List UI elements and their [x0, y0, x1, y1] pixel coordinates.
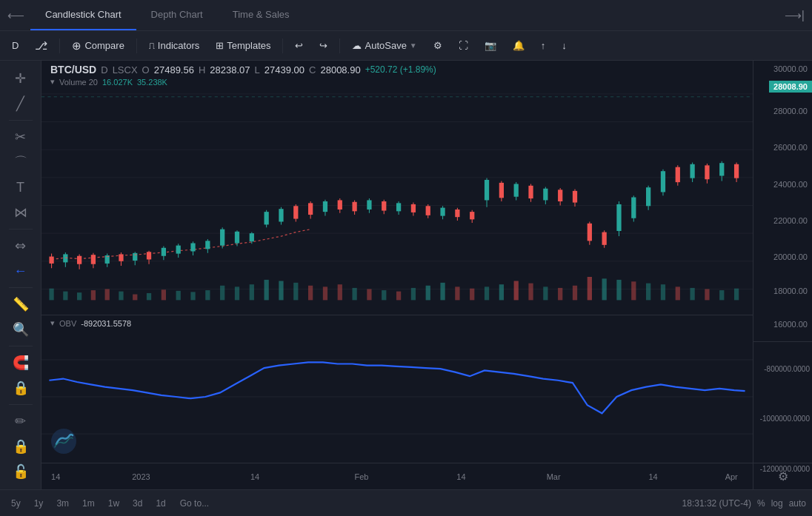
svg-rect-47	[602, 278, 607, 300]
svg-rect-44	[558, 288, 562, 300]
tab-candlestick[interactable]: Candlestick Chart	[30, 0, 136, 30]
timeframe-1w[interactable]: 1w	[103, 496, 124, 511]
price-label-box: 28008.90	[769, 81, 812, 93]
magnet-tool[interactable]: 🧲	[6, 351, 36, 375]
scale-26000: 26000.00	[773, 143, 808, 152]
svg-rect-26	[293, 283, 298, 301]
svg-rect-82	[220, 229, 224, 246]
fullscreen-btn[interactable]: ⛶	[453, 37, 474, 54]
x-label-mar: Mar	[547, 472, 561, 481]
scale-22000: 22000.00	[773, 216, 808, 225]
lock-tool[interactable]: 🔒	[6, 376, 36, 400]
separator-4	[339, 38, 340, 53]
node-tool[interactable]: ⋈	[6, 201, 36, 224]
obv-settings-icon[interactable]: ⚙	[778, 469, 788, 483]
svg-rect-110	[426, 206, 430, 215]
svg-rect-92	[293, 206, 298, 218]
autosave-btn[interactable]: ☁ AutoSave ▼	[346, 37, 422, 54]
crosshair-tool[interactable]: ✛	[6, 67, 36, 90]
svg-rect-58	[49, 257, 53, 264]
ruler-tool[interactable]: 📏	[6, 292, 36, 316]
main-content: ✛ ╱ ✂ ⌒ T ⋈ ⇔ ← 📏 🔍 🧲 🔒 ✏ 🔒 🔓 BTC/USD D …	[0, 61, 812, 489]
right-scale-obv: -800000.0000 -1000000.0000 -1200000.0000…	[753, 341, 812, 489]
tool-sep-5	[9, 404, 33, 405]
pencil-tool[interactable]: ✏	[6, 409, 36, 433]
svg-rect-40	[499, 284, 504, 300]
x-label-2023: 2023	[132, 472, 150, 481]
timeframe-1y[interactable]: 1y	[29, 496, 49, 511]
svg-rect-24	[264, 280, 269, 300]
volume-chevron[interactable]: ▾	[50, 77, 55, 87]
right-scale: 28008.90 30000.00 28000.00 26000.00 2400…	[753, 61, 812, 489]
bottom-toolbar: 5y 1y 3m 1m 1w 3d 1d Go to... 18:31:32 (…	[0, 489, 812, 516]
goto-btn[interactable]: Go to...	[174, 496, 215, 511]
svg-rect-22	[235, 287, 239, 300]
timeframe-3d[interactable]: 3d	[127, 496, 147, 511]
log-btn[interactable]: log	[771, 498, 783, 509]
timeframe-btn[interactable]: D	[6, 37, 24, 54]
scissors-tool[interactable]: ✂	[6, 125, 36, 149]
svg-rect-23	[250, 284, 254, 300]
symbol-interval: D	[101, 64, 107, 76]
timeframe-3m[interactable]: 3m	[51, 496, 74, 511]
trend-line-tool[interactable]: ╱	[6, 92, 36, 115]
x-label-14-3: 14	[456, 472, 465, 481]
settings-btn[interactable]: ⚙	[427, 37, 448, 54]
compare-btn[interactable]: ⊕ Compare	[66, 36, 130, 56]
obv-watermark	[50, 428, 77, 457]
x-label-14-2: 14	[250, 472, 259, 481]
undo-btn[interactable]: ↩	[289, 37, 309, 54]
measure-tool[interactable]: ⇔	[6, 234, 36, 258]
separator-3	[282, 38, 283, 53]
svg-rect-140	[646, 187, 650, 206]
indicators-btn[interactable]: ⎍ Indicators	[143, 37, 205, 54]
auto-btn[interactable]: auto	[789, 498, 806, 509]
svg-rect-15	[133, 295, 137, 301]
candlestick-chart[interactable]	[41, 88, 753, 315]
svg-rect-9	[49, 289, 53, 301]
percent-btn[interactable]: %	[757, 498, 765, 509]
zoom-tool[interactable]: 🔍	[6, 318, 36, 341]
chart-type-btn[interactable]: ⎇	[29, 36, 53, 56]
timeframe-1m[interactable]: 1m	[77, 496, 100, 511]
svg-rect-100	[352, 202, 356, 212]
svg-rect-42	[528, 284, 533, 301]
svg-rect-54	[705, 289, 709, 300]
svg-rect-11	[77, 292, 81, 300]
svg-rect-29	[338, 284, 342, 300]
obv-chart-area[interactable]	[41, 331, 753, 463]
tool-sep-4	[9, 346, 33, 346]
snapshot-btn[interactable]: 📷	[479, 37, 502, 54]
svg-rect-41	[514, 281, 519, 300]
publish-btn[interactable]: ↑	[535, 37, 552, 54]
svg-rect-34	[411, 288, 416, 300]
svg-rect-49	[631, 281, 636, 300]
svg-rect-134	[602, 232, 607, 245]
hide-tool[interactable]: 🔒	[6, 435, 36, 458]
arrow-tool[interactable]: ←	[6, 259, 36, 283]
download-btn[interactable]: ↓	[556, 37, 573, 54]
x-label-14-4: 14	[648, 472, 657, 481]
redo-btn[interactable]: ↪	[313, 37, 333, 54]
svg-rect-28	[323, 287, 327, 300]
obv-scale-800k: -800000.0000	[764, 364, 810, 372]
templates-btn[interactable]: ⊞ Templates	[210, 37, 276, 54]
alert-btn[interactable]: 🔔	[507, 37, 530, 54]
collapse-icon[interactable]: ⟵	[7, 8, 24, 22]
tab-depth[interactable]: Depth Chart	[136, 0, 218, 30]
collapse-right-icon[interactable]: ⟶|	[785, 8, 805, 22]
lock2-tool[interactable]: 🔓	[6, 460, 36, 483]
text-tool[interactable]: T	[6, 175, 36, 199]
timeframe-5y[interactable]: 5y	[6, 496, 26, 511]
timeframe-1d[interactable]: 1d	[150, 496, 170, 511]
obv-chevron[interactable]: ▾	[50, 318, 55, 328]
close-val: 28008.90	[320, 64, 360, 76]
svg-rect-12	[91, 290, 96, 300]
x-label-14-1: 14	[51, 472, 60, 481]
svg-rect-98	[338, 200, 342, 210]
open-val: 27489.56	[154, 64, 194, 76]
tab-time-sales[interactable]: Time & Sales	[218, 0, 304, 30]
svg-rect-114	[455, 210, 459, 217]
svg-rect-51	[661, 284, 665, 300]
path-tool[interactable]: ⌒	[6, 150, 36, 174]
